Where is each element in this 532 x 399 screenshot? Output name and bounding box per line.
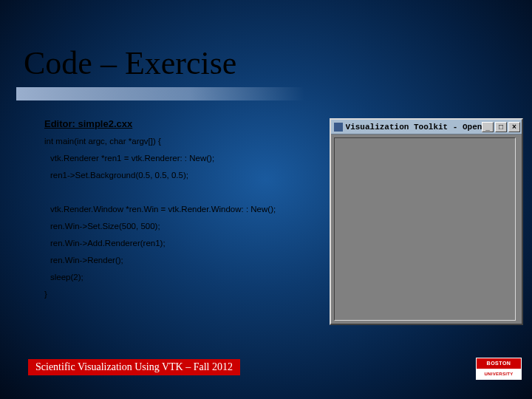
logo-top: BOSTON <box>477 358 521 369</box>
window-controls: _ □ × <box>482 122 520 132</box>
slide-title: Code – Exercise <box>24 44 236 82</box>
minimize-button[interactable]: _ <box>482 122 494 132</box>
code-line: ren.Win->Set.Size(500, 500); <box>44 218 276 235</box>
code-block: int main(int argc, char *argv[]) { vtk.R… <box>44 133 276 303</box>
code-blank <box>44 184 276 201</box>
app-icon <box>334 123 343 132</box>
vtk-output-window: Visualization Toolkit - OpenG _ □ × <box>330 118 523 325</box>
code-line: ren.Win->Add.Renderer(ren1); <box>44 235 276 252</box>
editor-filename-label: Editor: simple2.cxx <box>44 118 132 129</box>
code-line: ren.Win->Render(); <box>44 252 276 269</box>
vtk-window-title: Visualization Toolkit - OpenG <box>346 123 482 132</box>
vtk-render-canvas <box>334 137 516 321</box>
title-underline <box>16 87 304 100</box>
code-line: } <box>44 286 276 303</box>
code-line: vtk.Render.Window *ren.Win = vtk.Render.… <box>44 201 276 218</box>
footer-bar: Scientific Visualization Using VTK – Fal… <box>28 359 240 375</box>
code-line: int main(int argc, char *argv[]) { <box>44 133 276 150</box>
footer-text: Scientific Visualization Using VTK – Fal… <box>35 361 233 373</box>
code-line: vtk.Renderer *ren1 = vtk.Renderer: : New… <box>44 150 276 167</box>
close-button[interactable]: × <box>508 122 520 132</box>
boston-university-logo: BOSTON UNIVERSITY <box>476 358 522 380</box>
vtk-titlebar: Visualization Toolkit - OpenG _ □ × <box>331 120 522 134</box>
code-line: ren1->Set.Background(0.5, 0.5, 0.5); <box>44 167 276 184</box>
maximize-button[interactable]: □ <box>495 122 507 132</box>
logo-bottom: UNIVERSITY <box>477 369 521 379</box>
code-line: sleep(2); <box>44 269 276 286</box>
